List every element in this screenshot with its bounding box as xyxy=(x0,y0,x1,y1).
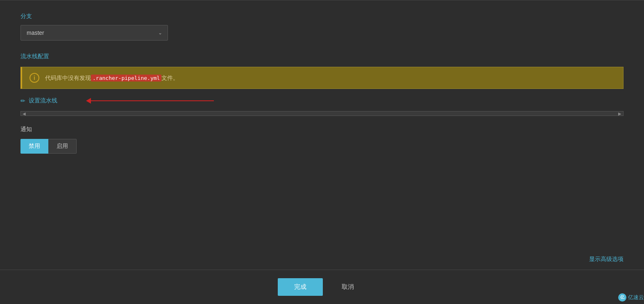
arrow-head xyxy=(86,98,91,104)
cancel-button[interactable]: 取消 xyxy=(329,278,366,296)
pipeline-config-section: 流水线配置 i 代码库中没有发现.rancher-pipeline.yml文件。… xyxy=(20,53,624,116)
logo-icon: 亿 xyxy=(618,293,626,302)
main-content: 分支 master develop main ⌄ 流水线配置 i 代码库中没有发… xyxy=(0,0,644,154)
info-alert: i 代码库中没有发现.rancher-pipeline.yml文件。 xyxy=(20,67,624,89)
notification-section: 通知 禁用 启用 xyxy=(20,126,624,154)
setup-pipeline-link[interactable]: 设置流水线 xyxy=(29,97,57,104)
disable-button[interactable]: 禁用 xyxy=(20,139,48,154)
red-arrow xyxy=(86,98,214,104)
pipeline-config-label: 流水线配置 xyxy=(20,53,624,60)
advanced-options-link[interactable]: 显示高级选项 xyxy=(589,256,624,263)
scroll-right-arrow[interactable]: ▶ xyxy=(617,111,623,116)
toggle-buttons: 禁用 启用 xyxy=(20,139,624,154)
arrow-line xyxy=(91,100,214,101)
logo-text: 亿速云 xyxy=(628,294,644,301)
complete-button[interactable]: 完成 xyxy=(278,278,323,296)
notification-label: 通知 xyxy=(20,126,624,133)
scroll-track[interactable]: ◀ ▶ xyxy=(20,111,624,116)
bottom-action-bar: 完成 取消 xyxy=(0,270,644,304)
info-icon: i xyxy=(29,73,39,83)
bottom-logo: 亿 亿速云 xyxy=(618,293,644,302)
page-container: 分支 master develop main ⌄ 流水线配置 i 代码库中没有发… xyxy=(0,0,644,304)
alert-suffix: 文件。 xyxy=(161,75,179,81)
info-alert-text: 代码库中没有发现.rancher-pipeline.yml文件。 xyxy=(45,74,179,82)
branch-select[interactable]: master develop main xyxy=(20,25,168,41)
setup-pipeline-row: ✏ 设置流水线 xyxy=(20,97,624,104)
branch-label: 分支 xyxy=(20,13,624,20)
pencil-icon: ✏ xyxy=(20,98,25,104)
enable-button[interactable]: 启用 xyxy=(48,139,77,154)
alert-highlight: .rancher-pipeline.yml xyxy=(91,75,161,82)
scroll-left-arrow[interactable]: ◀ xyxy=(21,111,27,116)
branch-select-wrapper: master develop main ⌄ xyxy=(20,25,168,41)
alert-prefix: 代码库中没有发现 xyxy=(45,75,91,81)
